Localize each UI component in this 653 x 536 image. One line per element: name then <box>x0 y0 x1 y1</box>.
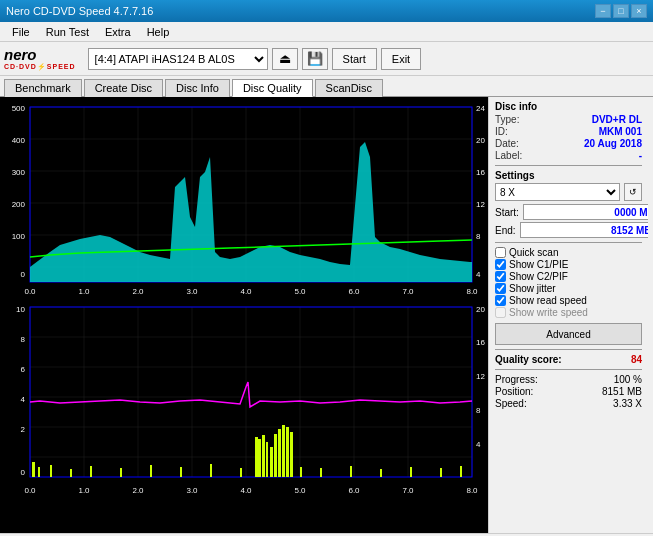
disc-type-row: Type: DVD+R DL <box>495 114 642 125</box>
show-jitter-checkbox[interactable] <box>495 283 506 294</box>
divider-4 <box>495 369 642 370</box>
progress-label: Progress: <box>495 374 538 385</box>
show-c2pif-checkbox[interactable] <box>495 271 506 282</box>
menu-help[interactable]: Help <box>139 25 178 39</box>
svg-rect-60 <box>150 465 152 477</box>
svg-text:6: 6 <box>21 365 26 374</box>
disc-date-row: Date: 20 Aug 2018 <box>495 138 642 149</box>
disc-label-value: - <box>639 150 642 161</box>
show-write-speed-row: Show write speed <box>495 307 642 318</box>
menu-file[interactable]: File <box>4 25 38 39</box>
show-read-speed-row: Show read speed <box>495 295 642 306</box>
end-row: End: <box>495 222 642 238</box>
svg-text:2: 2 <box>21 425 26 434</box>
settings-refresh-button[interactable]: ↺ <box>624 183 642 201</box>
progress-section: Progress: 100 % Position: 8151 MB Speed:… <box>495 374 642 409</box>
svg-text:0: 0 <box>21 468 26 477</box>
quick-scan-row: Quick scan <box>495 247 642 258</box>
settings-title: Settings <box>495 170 642 181</box>
svg-rect-78 <box>410 467 412 477</box>
svg-text:300: 300 <box>12 168 26 177</box>
svg-rect-54 <box>32 462 35 477</box>
position-label: Position: <box>495 386 533 397</box>
svg-rect-66 <box>262 435 265 477</box>
svg-text:5.0: 5.0 <box>294 287 306 296</box>
chart-area: 500 400 300 200 100 0 24 20 16 12 8 4 0.… <box>0 97 488 533</box>
svg-text:200: 200 <box>12 200 26 209</box>
disc-info-title: Disc info <box>495 101 642 112</box>
position-value: 8151 MB <box>602 386 642 397</box>
show-c1pie-checkbox[interactable] <box>495 259 506 270</box>
maximize-button[interactable]: □ <box>613 4 629 18</box>
title-bar: Nero CD-DVD Speed 4.7.7.16 − □ × <box>0 0 653 22</box>
speed-selector[interactable]: 8 X <box>495 183 620 201</box>
show-c2pif-label: Show C2/PIF <box>509 271 568 282</box>
advanced-button[interactable]: Advanced <box>495 323 642 345</box>
app-logo: nero CD·DVD⚡SPEED <box>4 46 76 71</box>
divider-1 <box>495 165 642 166</box>
start-input[interactable] <box>523 204 648 220</box>
svg-rect-67 <box>266 442 268 477</box>
start-button[interactable]: Start <box>332 48 377 70</box>
svg-text:100: 100 <box>12 232 26 241</box>
quick-scan-checkbox[interactable] <box>495 247 506 258</box>
disc-id-label: ID: <box>495 126 508 137</box>
exit-button[interactable]: Exit <box>381 48 421 70</box>
svg-rect-64 <box>255 437 258 477</box>
tab-create-disc[interactable]: Create Disc <box>84 79 163 97</box>
progress-row: Progress: 100 % <box>495 374 642 385</box>
end-input[interactable] <box>520 222 648 238</box>
svg-rect-75 <box>320 468 322 477</box>
disc-label-row: Label: - <box>495 150 642 161</box>
disc-type-label: Type: <box>495 114 519 125</box>
tab-bar: Benchmark Create Disc Disc Info Disc Qua… <box>0 76 653 97</box>
show-write-speed-checkbox <box>495 307 506 318</box>
svg-text:0.0: 0.0 <box>24 287 36 296</box>
speed-row-progress: Speed: 3.33 X <box>495 398 642 409</box>
app-title: Nero CD-DVD Speed 4.7.7.16 <box>6 5 153 17</box>
toolbar: nero CD·DVD⚡SPEED [4:4] ATAPI iHAS124 B … <box>0 42 653 76</box>
menu-extra[interactable]: Extra <box>97 25 139 39</box>
chart-svg: 500 400 300 200 100 0 24 20 16 12 8 4 0.… <box>0 97 488 533</box>
quality-score-value: 84 <box>631 354 642 365</box>
svg-text:4.0: 4.0 <box>240 486 252 495</box>
svg-text:6.0: 6.0 <box>348 287 360 296</box>
svg-text:4: 4 <box>476 270 481 279</box>
svg-text:24: 24 <box>476 104 485 113</box>
svg-text:4.0: 4.0 <box>240 287 252 296</box>
drive-selector[interactable]: [4:4] ATAPI iHAS124 B AL0S <box>88 48 268 70</box>
svg-text:16: 16 <box>476 168 485 177</box>
svg-rect-65 <box>258 439 261 477</box>
speed-value: 3.33 X <box>613 398 642 409</box>
show-c2pif-row: Show C2/PIF <box>495 271 642 282</box>
window-controls[interactable]: − □ × <box>595 4 647 18</box>
tab-scan-disc[interactable]: ScanDisc <box>315 79 383 97</box>
divider-2 <box>495 242 642 243</box>
show-read-speed-checkbox[interactable] <box>495 295 506 306</box>
quality-score-row: Quality score: 84 <box>495 354 642 365</box>
speed-row: 8 X ↺ <box>495 183 642 201</box>
eject-button[interactable]: ⏏ <box>272 48 298 70</box>
menu-run-test[interactable]: Run Test <box>38 25 97 39</box>
end-label: End: <box>495 225 516 236</box>
svg-rect-74 <box>300 467 302 477</box>
svg-rect-56 <box>50 465 52 477</box>
svg-text:3.0: 3.0 <box>186 486 198 495</box>
save-button[interactable]: 💾 <box>302 48 328 70</box>
tab-disc-info[interactable]: Disc Info <box>165 79 230 97</box>
minimize-button[interactable]: − <box>595 4 611 18</box>
svg-text:4: 4 <box>21 395 26 404</box>
svg-text:2.0: 2.0 <box>132 486 144 495</box>
tab-benchmark[interactable]: Benchmark <box>4 79 82 97</box>
svg-text:16: 16 <box>476 338 485 347</box>
svg-text:0.0: 0.0 <box>24 486 36 495</box>
svg-text:5.0: 5.0 <box>294 486 306 495</box>
start-row: Start: <box>495 204 642 220</box>
start-label: Start: <box>495 207 519 218</box>
svg-text:8.0: 8.0 <box>466 486 478 495</box>
svg-text:500: 500 <box>12 104 26 113</box>
tab-disc-quality[interactable]: Disc Quality <box>232 79 313 97</box>
svg-rect-63 <box>240 468 242 477</box>
svg-rect-61 <box>180 467 182 477</box>
close-button[interactable]: × <box>631 4 647 18</box>
